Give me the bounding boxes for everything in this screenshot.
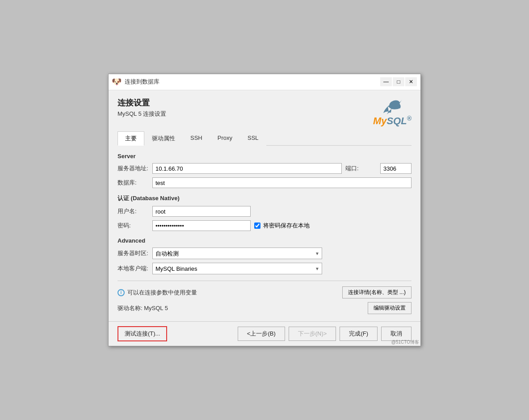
save-password-checkbox[interactable] [254,223,260,229]
client-select-wrapper: MySQL Binaries Embedded [152,263,322,274]
app-icon: 🐶 [112,77,121,86]
dialog-title: 连接到数据库 [125,78,160,86]
database-label: 数据库: [118,179,149,187]
client-row: 本地客户端: MySQL Binaries Embedded [118,263,411,274]
timezone-label: 服务器时区: [118,249,149,257]
info-label: 可以在连接参数中使用变量 [127,289,197,297]
nav-buttons: <上一步(B) 下一步(N)> 完成(F) 取消 [238,327,411,341]
tab-main[interactable]: 主要 [118,131,144,146]
maximize-button[interactable]: □ [393,77,404,86]
page-subtitle: MySQL 5 连接设置 [118,110,166,118]
tab-proxy[interactable]: Proxy [210,131,240,146]
client-label: 本地客户端: [118,265,149,273]
auth-section: 认证 (Database Native) 用户名: 密码: 将密码保存在本地 [118,194,411,231]
database-input[interactable] [152,177,411,188]
driver-row: 驱动名称: MySQL 5 编辑驱动设置 [118,302,411,314]
info-row: i 可以在连接参数中使用变量 连接详情(名称、类型 ...) [118,286,411,298]
password-row: 密码: 将密码保存在本地 [118,220,411,231]
save-password-row: 将密码保存在本地 [254,222,310,230]
tab-driver[interactable]: 驱动属性 [144,131,183,146]
save-password-label: 将密码保存在本地 [263,222,310,230]
timezone-select[interactable]: 自动检测 UTC Asia/Shanghai [152,248,322,259]
username-label: 用户名: [118,207,149,215]
title-bar-left: 🐶 连接到数据库 [112,77,160,86]
tabs-bar: 主要 驱动属性 SSH Proxy SSL [118,131,411,146]
mysql-my: My [373,115,387,126]
mysql-logo: MySQL® [373,97,411,126]
driver-value: MySQL 5 [144,305,168,311]
server-address-row: 服务器地址: 端口: [118,163,411,174]
advanced-section-label: Advanced [118,237,411,244]
header-text: 连接设置 MySQL 5 连接设置 [118,97,166,118]
database-row: 数据库: [118,177,411,188]
driver-text: 驱动名称: MySQL 5 [118,304,168,312]
info-text: i 可以在连接参数中使用变量 [118,289,197,297]
next-button[interactable]: 下一步(N)> [289,327,336,341]
auth-section-label: 认证 (Database Native) [118,194,411,202]
minimize-button[interactable]: — [380,77,392,86]
timezone-row: 服务器时区: 自动检测 UTC Asia/Shanghai [118,248,411,259]
tab-ssh[interactable]: SSH [183,131,210,146]
server-section: Server 服务器地址: 端口: 数据库: [118,153,411,188]
close-button[interactable]: ✕ [405,77,417,86]
conn-details-button[interactable]: 连接详情(名称、类型 ...) [342,286,411,298]
password-label: 密码: [118,222,149,230]
header-section: 连接设置 MySQL 5 连接设置 MySQL® [118,97,411,126]
server-section-label: Server [118,153,411,160]
watermark: @51CTO博客 [391,339,419,345]
test-connection-button[interactable]: 测试连接(T)... [118,326,167,341]
dialog-content: 连接设置 MySQL 5 连接设置 MySQL® [109,90,420,321]
driver-label: 驱动名称: [118,305,143,311]
finish-button[interactable]: 完成(F) [340,327,378,341]
client-select[interactable]: MySQL Binaries Embedded [152,263,322,274]
tab-ssl[interactable]: SSL [240,131,266,146]
server-address-input[interactable] [152,163,342,174]
port-input[interactable] [380,163,411,174]
divider [118,281,411,281]
title-bar-controls: — □ ✕ [380,77,417,86]
port-label: 端口: [345,164,377,172]
server-address-label: 服务器地址: [118,164,149,172]
password-input[interactable] [152,220,251,231]
dolphin-icon [379,97,406,118]
title-bar: 🐶 连接到数据库 — □ ✕ [109,74,420,90]
dialog-footer: 测试连接(T)... <上一步(B) 下一步(N)> 完成(F) 取消 [109,321,420,346]
edit-driver-button[interactable]: 编辑驱动设置 [368,302,411,314]
advanced-section: Advanced 服务器时区: 自动检测 UTC Asia/Shanghai 本… [118,237,411,274]
username-input[interactable] [152,206,251,217]
prev-button[interactable]: <上一步(B) [238,327,285,341]
page-title: 连接设置 [118,97,166,108]
timezone-select-wrapper: 自动检测 UTC Asia/Shanghai [152,248,322,259]
username-row: 用户名: [118,206,411,217]
mysql-sql: SQL [386,115,407,126]
info-icon: i [118,289,125,296]
